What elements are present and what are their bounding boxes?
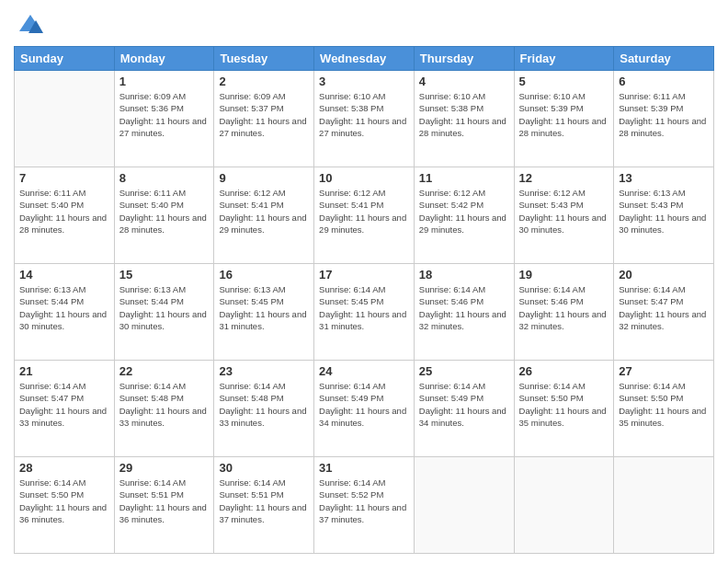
daylight-label: Daylight: 11 hours and 30 minutes. — [619, 213, 706, 235]
daylight-label: Daylight: 11 hours and 35 minutes. — [519, 406, 607, 428]
week-row-3: 21Sunrise: 6:14 AMSunset: 5:47 PMDayligh… — [15, 361, 714, 457]
sunrise-label: Sunrise: 6:13 AM — [219, 284, 285, 294]
sunset-label: Sunset: 5:39 PM — [619, 103, 683, 113]
daylight-label: Daylight: 11 hours and 30 minutes. — [119, 309, 207, 331]
day-info: Sunrise: 6:13 AMSunset: 5:43 PMDaylight:… — [619, 187, 709, 236]
sunset-label: Sunset: 5:49 PM — [419, 393, 483, 403]
sunset-label: Sunset: 5:47 PM — [19, 393, 84, 403]
sunrise-label: Sunrise: 6:14 AM — [219, 381, 285, 391]
day-header-monday: Monday — [114, 47, 214, 71]
sunset-label: Sunset: 5:41 PM — [219, 200, 283, 210]
calendar-cell: 28Sunrise: 6:14 AMSunset: 5:50 PMDayligh… — [15, 457, 115, 554]
day-header-wednesday: Wednesday — [314, 47, 415, 71]
day-number: 22 — [119, 364, 210, 378]
day-number: 20 — [619, 268, 709, 282]
daylight-label: Daylight: 11 hours and 27 minutes. — [219, 116, 306, 138]
daylight-label: Daylight: 11 hours and 37 minutes. — [319, 502, 406, 524]
sunrise-label: Sunrise: 6:10 AM — [519, 91, 586, 101]
day-info: Sunrise: 6:14 AMSunset: 5:48 PMDaylight:… — [119, 380, 210, 429]
week-row-0: 1Sunrise: 6:09 AMSunset: 5:36 PMDaylight… — [15, 71, 714, 167]
days-header-row: SundayMondayTuesdayWednesdayThursdayFrid… — [15, 47, 714, 71]
sunset-label: Sunset: 5:50 PM — [19, 489, 84, 500]
day-info: Sunrise: 6:11 AMSunset: 5:40 PMDaylight:… — [19, 187, 109, 236]
day-number: 12 — [519, 171, 609, 185]
daylight-label: Daylight: 11 hours and 30 minutes. — [519, 213, 607, 235]
calendar-cell: 22Sunrise: 6:14 AMSunset: 5:48 PMDayligh… — [114, 361, 214, 457]
sunrise-label: Sunrise: 6:14 AM — [319, 477, 385, 488]
calendar-cell — [15, 71, 115, 167]
day-info: Sunrise: 6:14 AMSunset: 5:51 PMDaylight:… — [219, 477, 309, 525]
day-info: Sunrise: 6:10 AMSunset: 5:39 PMDaylight:… — [519, 90, 609, 139]
daylight-label: Daylight: 11 hours and 31 minutes. — [319, 309, 406, 331]
calendar-cell: 15Sunrise: 6:13 AMSunset: 5:44 PMDayligh… — [114, 264, 214, 361]
logo — [14, 13, 43, 39]
daylight-label: Daylight: 11 hours and 35 minutes. — [619, 406, 706, 428]
calendar-cell: 21Sunrise: 6:14 AMSunset: 5:47 PMDayligh… — [15, 361, 115, 457]
calendar-table: SundayMondayTuesdayWednesdayThursdayFrid… — [14, 46, 714, 554]
sunset-label: Sunset: 5:43 PM — [619, 200, 683, 210]
calendar-cell: 3Sunrise: 6:10 AMSunset: 5:38 PMDaylight… — [314, 71, 415, 167]
calendar-cell: 30Sunrise: 6:14 AMSunset: 5:51 PMDayligh… — [214, 457, 314, 554]
day-info: Sunrise: 6:11 AMSunset: 5:39 PMDaylight:… — [619, 90, 709, 139]
day-number: 30 — [219, 461, 309, 475]
day-info: Sunrise: 6:14 AMSunset: 5:48 PMDaylight:… — [219, 380, 309, 429]
day-info: Sunrise: 6:13 AMSunset: 5:44 PMDaylight:… — [119, 283, 210, 332]
header — [14, 9, 714, 39]
day-info: Sunrise: 6:09 AMSunset: 5:36 PMDaylight:… — [119, 90, 210, 139]
day-number: 19 — [519, 268, 609, 282]
calendar-cell: 24Sunrise: 6:14 AMSunset: 5:49 PMDayligh… — [314, 361, 415, 457]
day-number: 2 — [219, 75, 309, 88]
day-number: 11 — [419, 171, 509, 185]
sunrise-label: Sunrise: 6:14 AM — [119, 477, 186, 488]
sunset-label: Sunset: 5:38 PM — [419, 103, 483, 113]
day-info: Sunrise: 6:14 AMSunset: 5:52 PMDaylight:… — [319, 477, 409, 525]
sunrise-label: Sunrise: 6:14 AM — [419, 381, 485, 391]
sunrise-label: Sunrise: 6:13 AM — [619, 188, 685, 198]
daylight-label: Daylight: 11 hours and 33 minutes. — [219, 406, 306, 428]
daylight-label: Daylight: 11 hours and 31 minutes. — [219, 309, 306, 331]
sunset-label: Sunset: 5:39 PM — [519, 103, 584, 113]
sunrise-label: Sunrise: 6:11 AM — [119, 188, 186, 198]
day-number: 27 — [619, 364, 709, 378]
daylight-label: Daylight: 11 hours and 33 minutes. — [19, 406, 107, 428]
daylight-label: Daylight: 11 hours and 34 minutes. — [419, 406, 506, 428]
day-info: Sunrise: 6:13 AMSunset: 5:44 PMDaylight:… — [19, 283, 109, 332]
day-info: Sunrise: 6:14 AMSunset: 5:46 PMDaylight:… — [419, 283, 509, 332]
day-number: 1 — [119, 75, 210, 88]
calendar-cell: 17Sunrise: 6:14 AMSunset: 5:45 PMDayligh… — [314, 264, 415, 361]
day-header-saturday: Saturday — [614, 47, 714, 71]
day-info: Sunrise: 6:14 AMSunset: 5:47 PMDaylight:… — [19, 380, 109, 429]
daylight-label: Daylight: 11 hours and 28 minutes. — [619, 116, 706, 138]
day-info: Sunrise: 6:14 AMSunset: 5:50 PMDaylight:… — [519, 380, 609, 429]
daylight-label: Daylight: 11 hours and 27 minutes. — [119, 116, 207, 138]
sunrise-label: Sunrise: 6:14 AM — [319, 381, 385, 391]
calendar-cell: 16Sunrise: 6:13 AMSunset: 5:45 PMDayligh… — [214, 264, 314, 361]
sunset-label: Sunset: 5:50 PM — [619, 393, 683, 403]
sunset-label: Sunset: 5:44 PM — [119, 296, 184, 306]
day-info: Sunrise: 6:12 AMSunset: 5:41 PMDaylight:… — [319, 187, 409, 236]
calendar-cell — [414, 457, 514, 554]
day-info: Sunrise: 6:14 AMSunset: 5:45 PMDaylight:… — [319, 283, 409, 332]
sunrise-label: Sunrise: 6:09 AM — [119, 91, 186, 101]
sunset-label: Sunset: 5:38 PM — [319, 103, 383, 113]
sunset-label: Sunset: 5:48 PM — [219, 393, 283, 403]
day-number: 8 — [119, 171, 210, 185]
day-number: 24 — [319, 364, 409, 378]
day-info: Sunrise: 6:14 AMSunset: 5:49 PMDaylight:… — [419, 380, 509, 429]
calendar-cell: 20Sunrise: 6:14 AMSunset: 5:47 PMDayligh… — [614, 264, 714, 361]
day-number: 5 — [519, 75, 609, 88]
sunrise-label: Sunrise: 6:14 AM — [519, 381, 586, 391]
sunset-label: Sunset: 5:42 PM — [419, 200, 483, 210]
daylight-label: Daylight: 11 hours and 27 minutes. — [319, 116, 406, 138]
daylight-label: Daylight: 11 hours and 29 minutes. — [419, 213, 506, 235]
sunrise-label: Sunrise: 6:14 AM — [19, 381, 85, 391]
sunset-label: Sunset: 5:51 PM — [119, 489, 184, 500]
sunrise-label: Sunrise: 6:14 AM — [619, 381, 685, 391]
calendar-cell: 2Sunrise: 6:09 AMSunset: 5:37 PMDaylight… — [214, 71, 314, 167]
sunrise-label: Sunrise: 6:14 AM — [619, 284, 685, 294]
day-number: 10 — [319, 171, 409, 185]
calendar-cell: 25Sunrise: 6:14 AMSunset: 5:49 PMDayligh… — [414, 361, 514, 457]
daylight-label: Daylight: 11 hours and 28 minutes. — [419, 116, 506, 138]
daylight-label: Daylight: 11 hours and 29 minutes. — [219, 213, 306, 235]
day-number: 29 — [119, 461, 210, 475]
